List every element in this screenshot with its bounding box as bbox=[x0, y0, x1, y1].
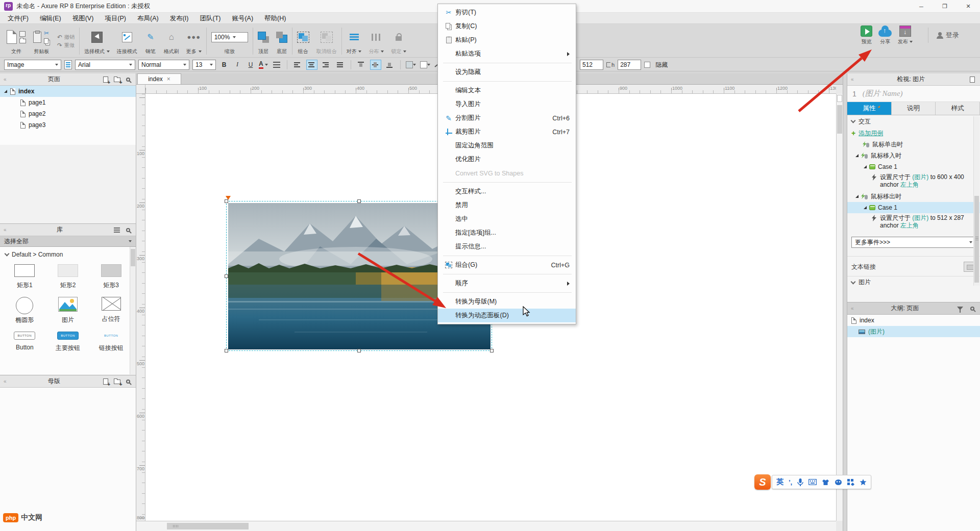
menu-arrange[interactable]: 布局(A) bbox=[132, 13, 164, 24]
menu-item-order[interactable]: 顺序 bbox=[438, 276, 576, 290]
style-painter-icon[interactable] bbox=[64, 60, 72, 69]
toolbox-grid-icon[interactable] bbox=[847, 479, 854, 486]
menu-item-cut[interactable]: ✂剪切(T) bbox=[438, 6, 576, 19]
widget-button[interactable]: BUTTONButton bbox=[3, 332, 46, 352]
redo-button[interactable]: ↷ 重做 bbox=[57, 42, 75, 49]
select-mode-icon[interactable] bbox=[91, 32, 103, 43]
library-menu-icon[interactable] bbox=[113, 226, 121, 234]
width-input[interactable]: 512 bbox=[580, 60, 603, 70]
menu-file[interactable]: 文件(F) bbox=[2, 13, 34, 24]
library-group-row[interactable]: Default > Common bbox=[0, 247, 136, 259]
skin-shirt-icon[interactable] bbox=[822, 479, 829, 486]
close-button[interactable]: ✕ bbox=[957, 0, 980, 13]
hidden-checkbox[interactable] bbox=[644, 62, 650, 68]
sogou-logo-icon[interactable]: S bbox=[754, 474, 771, 490]
vertical-scrollbar[interactable] bbox=[836, 94, 843, 521]
event-onclick[interactable]: 鼠标单击时 bbox=[847, 139, 980, 150]
new-file-icon[interactable] bbox=[7, 30, 17, 44]
save-icon[interactable] bbox=[19, 31, 26, 37]
menu-item-fixed-corners[interactable]: 固定边角范围 bbox=[438, 139, 576, 153]
interaction-section-header[interactable]: 交互 bbox=[847, 115, 980, 128]
bring-to-front-icon[interactable] bbox=[258, 32, 269, 43]
menu-item-import-image[interactable]: 导入图片 bbox=[438, 97, 576, 111]
align-justify-button[interactable] bbox=[335, 60, 346, 70]
italic-button[interactable]: I bbox=[232, 60, 242, 70]
align-icon[interactable] bbox=[350, 34, 359, 41]
menu-item-slice-image[interactable]: ✎分割图片Ctrl+6 bbox=[438, 111, 576, 125]
add-folder-button[interactable] bbox=[113, 75, 121, 84]
menu-project[interactable]: 项目(P) bbox=[99, 13, 132, 24]
collapse-panel-icon[interactable]: « bbox=[851, 77, 854, 82]
menu-team[interactable]: 团队(T) bbox=[194, 13, 226, 24]
menu-item-assign-group[interactable]: 指定[选项]组... bbox=[438, 226, 576, 240]
align-right-button[interactable] bbox=[321, 60, 332, 70]
library-scrollbar[interactable] bbox=[130, 247, 136, 374]
menu-item-select[interactable]: 选中 bbox=[438, 212, 576, 226]
menu-item-disable[interactable]: 禁用 bbox=[438, 198, 576, 212]
menu-item-convert-to-master[interactable]: 转换为母版(M) bbox=[438, 295, 576, 309]
add-master-folder-button[interactable] bbox=[113, 377, 121, 386]
case1-row[interactable]: Case 1 bbox=[847, 161, 980, 172]
search-pages-icon[interactable] bbox=[124, 75, 132, 84]
smiley-icon[interactable] bbox=[835, 479, 842, 486]
ime-punctuation-icon[interactable]: ’, bbox=[789, 478, 792, 486]
valign-bottom-button[interactable] bbox=[384, 60, 396, 70]
border-color-button[interactable] bbox=[420, 60, 431, 70]
tab-notes[interactable]: 说明 bbox=[892, 102, 936, 115]
event-onmouseleave[interactable]: 鼠标移出时 bbox=[847, 191, 980, 202]
format-painter-icon[interactable]: ⌂ bbox=[169, 33, 174, 41]
resize-handle-sw[interactable] bbox=[225, 349, 228, 352]
horizontal-scrollbar[interactable] bbox=[136, 521, 836, 531]
settings-star-icon[interactable] bbox=[860, 479, 867, 486]
zoom-select[interactable]: 100% bbox=[211, 32, 248, 42]
resize-handle-s[interactable] bbox=[357, 349, 361, 352]
cut-icon[interactable]: ✂ bbox=[44, 30, 50, 36]
open-icon[interactable] bbox=[19, 39, 26, 43]
maximize-button[interactable]: ❐ bbox=[933, 0, 957, 13]
ime-mode-toggle[interactable]: 英 bbox=[776, 477, 783, 487]
widget-placeholder[interactable]: 占位符 bbox=[89, 297, 133, 324]
menu-item-group[interactable]: 组合(G)Ctrl+G bbox=[438, 258, 576, 272]
widget-name-input[interactable]: (图片 Name) bbox=[863, 89, 903, 98]
event-onmouseenter[interactable]: 鼠标移入时 bbox=[847, 150, 980, 161]
microphone-icon[interactable] bbox=[797, 478, 803, 486]
resize-handle-se[interactable] bbox=[490, 349, 494, 352]
group-icon[interactable] bbox=[297, 32, 309, 43]
widget-link-button[interactable]: BUTTON链接按钮 bbox=[89, 332, 133, 352]
outline-item-image[interactable]: (图片) bbox=[847, 326, 980, 337]
page-item-page3[interactable]: page3 bbox=[0, 119, 136, 131]
add-page-button[interactable] bbox=[102, 75, 110, 84]
font-color-button[interactable]: A bbox=[259, 61, 268, 69]
keyboard-icon[interactable] bbox=[808, 479, 817, 485]
outline-item-index[interactable]: index bbox=[847, 315, 980, 326]
share-button[interactable]: 分享 bbox=[878, 26, 892, 45]
notes-page-icon[interactable] bbox=[968, 75, 976, 84]
search-library-icon[interactable] bbox=[124, 226, 132, 234]
tab-properties[interactable]: 属性 bbox=[847, 102, 892, 115]
tab-style[interactable]: 样式 bbox=[936, 102, 980, 115]
panel-splitter[interactable] bbox=[843, 73, 847, 531]
resize-handle-nw[interactable] bbox=[225, 199, 228, 203]
menu-item-optimize-image[interactable]: 优化图片 bbox=[438, 153, 576, 166]
menu-item-set-hidden[interactable]: 设为隐藏 bbox=[438, 65, 576, 79]
paste-icon[interactable] bbox=[33, 32, 41, 43]
menu-publish[interactable]: 发布(I) bbox=[164, 13, 194, 24]
add-master-button[interactable] bbox=[102, 377, 110, 386]
page-item-page2[interactable]: page2 bbox=[0, 108, 136, 119]
minimize-button[interactable]: ─ bbox=[910, 0, 933, 13]
menu-item-copy[interactable]: 复制(C) bbox=[438, 19, 576, 33]
page-item-index[interactable]: index bbox=[0, 86, 136, 97]
tab-index[interactable]: index × bbox=[137, 73, 181, 84]
menu-item-edit-text[interactable]: 编辑文本 bbox=[438, 84, 576, 97]
inspector-scrollbar[interactable] bbox=[973, 116, 979, 286]
valign-top-button[interactable] bbox=[356, 60, 367, 70]
send-to-back-icon[interactable] bbox=[276, 32, 287, 43]
widget-rect1[interactable]: 矩形1 bbox=[3, 264, 46, 290]
page-item-page1[interactable]: page1 bbox=[0, 97, 136, 108]
menu-item-crop-image[interactable]: 裁剪图片Ctrl+7 bbox=[438, 125, 576, 139]
expander-icon[interactable] bbox=[855, 195, 859, 198]
expander-icon[interactable] bbox=[855, 154, 859, 157]
filter-icon[interactable] bbox=[956, 305, 964, 313]
action-set-size-600[interactable]: 设置尺寸于 (图片) to 600 x 400 anchor 左上角 bbox=[847, 172, 980, 191]
font-weight-select[interactable]: Normal bbox=[138, 60, 189, 70]
